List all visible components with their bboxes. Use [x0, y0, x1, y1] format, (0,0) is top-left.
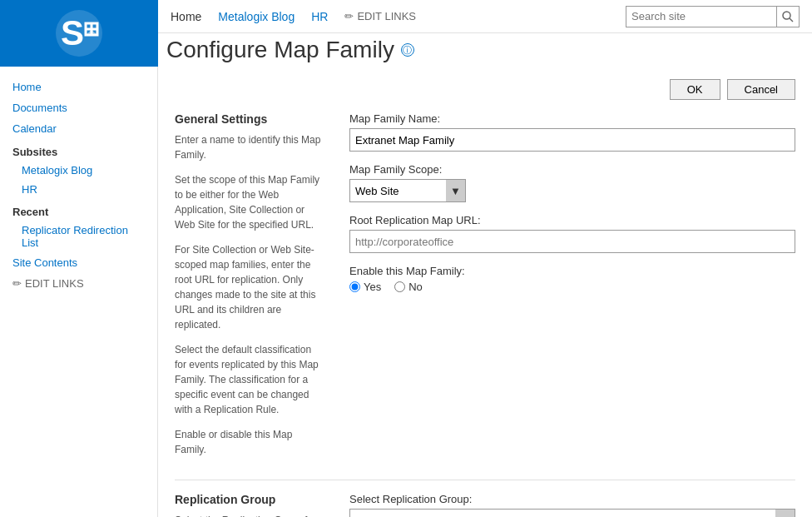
replication-group-select[interactable]: Extranet Group [349, 509, 795, 517]
nav-home[interactable]: Home [171, 10, 201, 23]
page-title: Configure Map Family ⓘ [166, 37, 414, 63]
sidebar-item-metalogix-blog[interactable]: Metalogix Blog [0, 161, 157, 180]
nav-metalogix-blog[interactable]: Metalogix Blog [218, 10, 295, 23]
content-area: OK Cancel General Settings Enter a name … [158, 67, 812, 517]
general-settings-fields: Map Family Name: Map Family Scope: Web S… [341, 112, 795, 467]
desc-3: For Site Collection or Web Site-scoped m… [175, 242, 324, 332]
general-settings-section: General Settings Enter a name to identif… [175, 112, 795, 467]
section-divider [175, 480, 795, 480]
desc-1: Enter a name to identify this Map Family… [175, 132, 324, 162]
sidebar-edit-links[interactable]: ✏ EDIT LINKS [0, 273, 157, 294]
map-family-scope-label: Map Family Scope: [349, 163, 795, 176]
sidebar-item-site-contents[interactable]: Site Contents [0, 252, 157, 273]
map-family-name-input[interactable] [349, 128, 795, 152]
enable-no-text: No [408, 281, 423, 293]
sidebar-pencil-icon: ✏ [12, 277, 22, 290]
enable-no-label[interactable]: No [394, 281, 423, 293]
search-input[interactable] [626, 8, 776, 24]
search-button[interactable] [776, 6, 799, 27]
sidebar-section-recent: Recent [0, 199, 157, 221]
enable-radio-group: Yes No [349, 281, 795, 293]
enable-yes-label[interactable]: Yes [349, 281, 381, 293]
root-url-label: Root Replication Map URL: [349, 214, 795, 226]
replication-desc: Select the Replication Group for this Ma… [175, 513, 324, 517]
root-url-group: Root Replication Map URL: [349, 214, 795, 253]
cancel-button[interactable]: Cancel [727, 79, 795, 100]
map-family-name-label: Map Family Name: [349, 112, 795, 125]
desc-4: Select the default classification for ev… [175, 342, 324, 417]
desc-2: Set the scope of this Map Family to be e… [175, 172, 324, 232]
map-family-name-group: Map Family Name: [349, 112, 795, 152]
sidebar-item-documents[interactable]: Documents [0, 97, 157, 118]
sidebar-section-subsites: Subsites [0, 139, 157, 161]
enable-yes-text: Yes [364, 281, 381, 293]
root-url-input[interactable] [349, 230, 795, 253]
general-settings-description: General Settings Enter a name to identif… [175, 112, 341, 467]
enable-group: Enable this Map Family: Yes No [349, 265, 795, 293]
enable-no-radio[interactable] [394, 281, 405, 292]
sidebar-item-home[interactable]: Home [0, 77, 157, 97]
svg-line-7 [790, 18, 793, 22]
replication-description: Replication Group Select the Replication… [175, 493, 341, 517]
nav-edit-links[interactable]: ✏ EDIT LINKS [344, 10, 416, 22]
sidebar: Home Documents Calendar Subsites Metalog… [0, 67, 158, 517]
svg-point-6 [783, 12, 790, 19]
replication-group-section: Replication Group Select the Replication… [175, 493, 795, 517]
select-replication-label: Select Replication Group: [349, 493, 795, 505]
search-area [626, 6, 800, 27]
info-icon[interactable]: ⓘ [401, 43, 414, 57]
enable-label: Enable this Map Family: [349, 265, 795, 277]
sidebar-item-hr[interactable]: HR [0, 180, 157, 199]
replication-fields: Select Replication Group: Extranet Group… [341, 493, 795, 517]
sidebar-item-replicator[interactable]: Replicator Redirection List [0, 221, 157, 252]
logo-area: S [0, 0, 158, 67]
desc-5: Enable or disable this Map Family. [175, 427, 324, 457]
general-settings-title: General Settings [175, 112, 324, 126]
map-family-scope-group: Map Family Scope: Web Site Site Collecti… [349, 163, 795, 202]
svg-text:S: S [61, 13, 84, 52]
ok-button[interactable]: OK [670, 79, 720, 100]
select-replication-group: Select Replication Group: Extranet Group… [349, 493, 795, 517]
edit-links-label: EDIT LINKS [357, 10, 416, 22]
nav-hr[interactable]: HR [311, 10, 328, 23]
sidebar-edit-links-label: EDIT LINKS [25, 277, 84, 290]
map-family-scope-select[interactable]: Web Site Site Collection Web Application [349, 179, 466, 202]
replication-select-wrapper: Extranet Group ▼ [349, 509, 795, 517]
sharepoint-logo-icon: S [54, 8, 104, 58]
sidebar-item-calendar[interactable]: Calendar [0, 118, 157, 139]
action-buttons: OK Cancel [175, 79, 795, 100]
pencil-icon: ✏ [344, 10, 354, 22]
replication-title: Replication Group [175, 493, 324, 506]
scope-select-wrapper: Web Site Site Collection Web Application… [349, 179, 466, 202]
search-icon [782, 11, 794, 22]
enable-yes-radio[interactable] [349, 281, 360, 292]
